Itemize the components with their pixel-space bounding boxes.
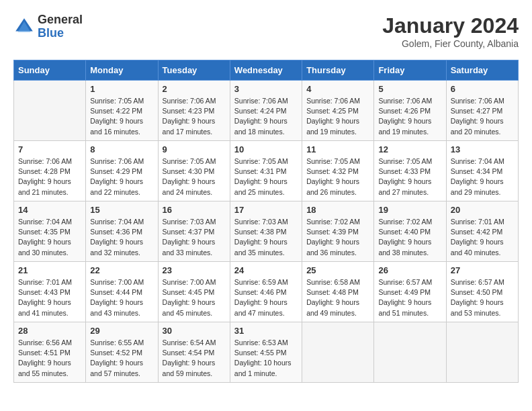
week-row: 21Sunrise: 7:01 AMSunset: 4:43 PMDayligh… [14, 262, 519, 322]
day-number: 14 [18, 205, 81, 215]
day-number: 26 [378, 265, 441, 275]
day-detail: Sunrise: 7:06 AMSunset: 4:23 PMDaylight:… [163, 96, 226, 137]
day-cell: 22Sunrise: 7:00 AMSunset: 4:44 PMDayligh… [86, 262, 158, 322]
day-number: 12 [378, 144, 441, 154]
logo-icon [13, 16, 35, 38]
day-detail: Sunrise: 7:03 AMSunset: 4:38 PMDaylight:… [234, 217, 298, 258]
day-cell: 30Sunrise: 6:54 AMSunset: 4:54 PMDayligh… [158, 322, 230, 383]
day-detail: Sunrise: 7:02 AMSunset: 4:40 PMDaylight:… [378, 217, 441, 258]
day-cell: 23Sunrise: 7:00 AMSunset: 4:45 PMDayligh… [158, 262, 230, 322]
day-number: 10 [234, 144, 298, 154]
day-number: 29 [90, 326, 153, 336]
day-detail: Sunrise: 7:05 AMSunset: 4:32 PMDaylight:… [306, 156, 369, 197]
day-cell: 31Sunrise: 6:53 AMSunset: 4:55 PMDayligh… [230, 322, 302, 383]
day-cell: 6Sunrise: 7:06 AMSunset: 4:27 PMDaylight… [446, 81, 518, 141]
day-cell: 18Sunrise: 7:02 AMSunset: 4:39 PMDayligh… [302, 201, 374, 262]
day-number: 11 [306, 144, 369, 154]
page-header: General Blue January 2024 Golem, Fier Co… [13, 13, 519, 49]
day-detail: Sunrise: 7:05 AMSunset: 4:30 PMDaylight:… [163, 156, 226, 197]
day-detail: Sunrise: 7:05 AMSunset: 4:31 PMDaylight:… [234, 156, 298, 197]
day-number: 28 [18, 326, 81, 336]
day-cell [14, 81, 86, 141]
day-cell [374, 322, 446, 383]
day-number: 18 [306, 205, 369, 215]
week-row: 14Sunrise: 7:04 AMSunset: 4:35 PMDayligh… [14, 201, 519, 262]
day-detail: Sunrise: 6:58 AMSunset: 4:48 PMDaylight:… [306, 277, 369, 318]
calendar-table: SundayMondayTuesdayWednesdayThursdayFrid… [13, 60, 519, 383]
day-number: 27 [451, 265, 514, 275]
day-cell: 29Sunrise: 6:55 AMSunset: 4:52 PMDayligh… [86, 322, 158, 383]
day-cell: 7Sunrise: 7:06 AMSunset: 4:28 PMDaylight… [14, 141, 86, 201]
day-number: 19 [378, 205, 441, 215]
weekday-header: Friday [374, 60, 446, 81]
day-detail: Sunrise: 7:06 AMSunset: 4:25 PMDaylight:… [306, 96, 369, 137]
day-number: 3 [234, 84, 298, 94]
day-number: 9 [163, 144, 226, 154]
day-cell: 25Sunrise: 6:58 AMSunset: 4:48 PMDayligh… [302, 262, 374, 322]
day-cell: 17Sunrise: 7:03 AMSunset: 4:38 PMDayligh… [230, 201, 302, 262]
day-cell: 5Sunrise: 7:06 AMSunset: 4:26 PMDaylight… [374, 81, 446, 141]
day-cell: 1Sunrise: 7:05 AMSunset: 4:22 PMDaylight… [86, 81, 158, 141]
day-number: 30 [163, 326, 226, 336]
day-cell: 13Sunrise: 7:04 AMSunset: 4:34 PMDayligh… [446, 141, 518, 201]
day-cell: 8Sunrise: 7:06 AMSunset: 4:29 PMDaylight… [86, 141, 158, 201]
day-cell: 12Sunrise: 7:05 AMSunset: 4:33 PMDayligh… [374, 141, 446, 201]
day-cell: 27Sunrise: 6:57 AMSunset: 4:50 PMDayligh… [446, 262, 518, 322]
day-cell: 15Sunrise: 7:04 AMSunset: 4:36 PMDayligh… [86, 201, 158, 262]
day-detail: Sunrise: 7:06 AMSunset: 4:27 PMDaylight:… [451, 96, 514, 137]
day-number: 24 [234, 265, 298, 275]
day-cell: 21Sunrise: 7:01 AMSunset: 4:43 PMDayligh… [14, 262, 86, 322]
day-number: 16 [163, 205, 226, 215]
day-detail: Sunrise: 6:53 AMSunset: 4:55 PMDaylight:… [234, 338, 298, 379]
day-cell: 4Sunrise: 7:06 AMSunset: 4:25 PMDaylight… [302, 81, 374, 141]
day-number: 17 [234, 205, 298, 215]
day-number: 6 [451, 84, 514, 94]
weekday-header: Tuesday [158, 60, 230, 81]
day-cell [302, 322, 374, 383]
week-row: 28Sunrise: 6:56 AMSunset: 4:51 PMDayligh… [14, 322, 519, 383]
week-row: 7Sunrise: 7:06 AMSunset: 4:28 PMDaylight… [14, 141, 519, 201]
day-detail: Sunrise: 7:06 AMSunset: 4:24 PMDaylight:… [234, 96, 298, 137]
day-number: 23 [163, 265, 226, 275]
day-number: 1 [90, 84, 153, 94]
day-number: 2 [163, 84, 226, 94]
day-detail: Sunrise: 7:06 AMSunset: 4:29 PMDaylight:… [90, 156, 153, 197]
day-number: 5 [378, 84, 441, 94]
day-number: 13 [451, 144, 514, 154]
day-number: 21 [18, 265, 81, 275]
day-number: 4 [306, 84, 369, 94]
day-detail: Sunrise: 7:02 AMSunset: 4:39 PMDaylight:… [306, 217, 369, 258]
day-detail: Sunrise: 7:04 AMSunset: 4:34 PMDaylight:… [451, 156, 514, 197]
day-detail: Sunrise: 6:56 AMSunset: 4:51 PMDaylight:… [18, 338, 81, 379]
day-cell: 10Sunrise: 7:05 AMSunset: 4:31 PMDayligh… [230, 141, 302, 201]
day-detail: Sunrise: 7:05 AMSunset: 4:22 PMDaylight:… [90, 96, 153, 137]
day-cell: 28Sunrise: 6:56 AMSunset: 4:51 PMDayligh… [14, 322, 86, 383]
day-cell: 3Sunrise: 7:06 AMSunset: 4:24 PMDaylight… [230, 81, 302, 141]
main-title: January 2024 [382, 13, 519, 38]
day-cell: 14Sunrise: 7:04 AMSunset: 4:35 PMDayligh… [14, 201, 86, 262]
weekday-header: Sunday [14, 60, 86, 81]
weekday-header-row: SundayMondayTuesdayWednesdayThursdayFrid… [14, 60, 519, 81]
day-detail: Sunrise: 7:04 AMSunset: 4:36 PMDaylight:… [90, 217, 153, 258]
day-detail: Sunrise: 7:06 AMSunset: 4:26 PMDaylight:… [378, 96, 441, 137]
day-detail: Sunrise: 7:00 AMSunset: 4:45 PMDaylight:… [163, 277, 226, 318]
day-cell: 26Sunrise: 6:57 AMSunset: 4:49 PMDayligh… [374, 262, 446, 322]
day-cell: 16Sunrise: 7:03 AMSunset: 4:37 PMDayligh… [158, 201, 230, 262]
title-block: January 2024 Golem, Fier County, Albania [382, 13, 519, 49]
day-detail: Sunrise: 6:54 AMSunset: 4:54 PMDaylight:… [163, 338, 226, 379]
day-cell: 9Sunrise: 7:05 AMSunset: 4:30 PMDaylight… [158, 141, 230, 201]
weekday-header: Saturday [446, 60, 518, 81]
logo-general: General [38, 13, 83, 27]
day-number: 31 [234, 326, 298, 336]
day-detail: Sunrise: 7:03 AMSunset: 4:37 PMDaylight:… [163, 217, 226, 258]
day-cell: 19Sunrise: 7:02 AMSunset: 4:40 PMDayligh… [374, 201, 446, 262]
day-detail: Sunrise: 7:00 AMSunset: 4:44 PMDaylight:… [90, 277, 153, 318]
day-cell [446, 322, 518, 383]
weekday-header: Wednesday [230, 60, 302, 81]
day-detail: Sunrise: 7:01 AMSunset: 4:43 PMDaylight:… [18, 277, 81, 318]
week-row: 1Sunrise: 7:05 AMSunset: 4:22 PMDaylight… [14, 81, 519, 141]
logo-blue: Blue [38, 27, 83, 40]
weekday-header: Thursday [302, 60, 374, 81]
day-cell: 20Sunrise: 7:01 AMSunset: 4:42 PMDayligh… [446, 201, 518, 262]
logo-text: General Blue [38, 13, 83, 40]
